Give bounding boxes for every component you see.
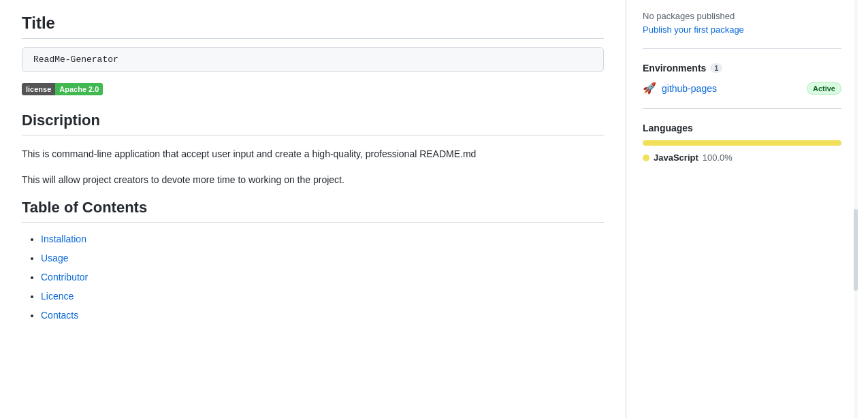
license-badge-label: license	[22, 83, 55, 95]
repo-name-text: ReadMe-Generator	[33, 54, 118, 65]
list-item: Installation	[41, 234, 604, 244]
environments-count-badge: 1	[710, 63, 722, 73]
sidebar-scrollbar-thumb[interactable]	[854, 209, 858, 291]
page-title: Title	[22, 14, 604, 39]
environment-item: 🚀 github-pages Active	[643, 82, 841, 95]
language-bar-container	[643, 140, 841, 146]
toc-link-licence[interactable]: Licence	[41, 291, 74, 302]
toc-link-contributor[interactable]: Contributor	[41, 272, 88, 283]
sidebar: No packages published Publish your first…	[626, 0, 858, 418]
toc-link-installation[interactable]: Installation	[41, 234, 86, 244]
javascript-label: JavaScript	[654, 152, 698, 163]
language-item-javascript: JavaScript 100.0%	[643, 152, 841, 163]
environments-section: Environments 1 🚀 github-pages Active	[643, 63, 841, 109]
description-line-1: This is command-line application that ac…	[22, 146, 604, 161]
list-item: Usage	[41, 253, 604, 263]
languages-label: Languages	[643, 123, 693, 133]
env-name[interactable]: github-pages	[662, 83, 801, 94]
javascript-percent: 100.0%	[703, 152, 733, 163]
javascript-bar	[643, 140, 841, 146]
main-content: Title ReadMe-Generator license Apache 2.…	[0, 0, 626, 418]
environments-label: Environments	[643, 63, 706, 74]
toc-heading: Table of Contents	[22, 199, 604, 223]
javascript-dot	[643, 155, 649, 161]
toc-list: Installation Usage Contributor Licence C…	[22, 234, 604, 321]
description-line-2: This will allow project creators to devo…	[22, 172, 604, 187]
list-item: Licence	[41, 291, 604, 302]
apache-badge-label: Apache 2.0	[55, 83, 103, 95]
toc-link-usage[interactable]: Usage	[41, 253, 68, 263]
packages-section: No packages published Publish your first…	[643, 11, 841, 49]
publish-first-package-link[interactable]: Publish your first package	[643, 25, 744, 35]
sidebar-scrollbar[interactable]	[854, 0, 858, 418]
badges-container: license Apache 2.0	[22, 83, 604, 95]
toc-link-contacts[interactable]: Contacts	[41, 310, 78, 321]
rocket-icon: 🚀	[643, 82, 656, 95]
list-item: Contacts	[41, 310, 604, 321]
repo-name-box: ReadMe-Generator	[22, 47, 604, 72]
languages-header: Languages	[643, 123, 841, 133]
languages-section: Languages JavaScript 100.0%	[643, 123, 841, 163]
active-badge: Active	[807, 82, 841, 95]
no-packages-text: No packages published	[643, 11, 841, 21]
environments-header: Environments 1	[643, 63, 841, 74]
list-item: Contributor	[41, 272, 604, 283]
description-heading: Discription	[22, 112, 604, 135]
